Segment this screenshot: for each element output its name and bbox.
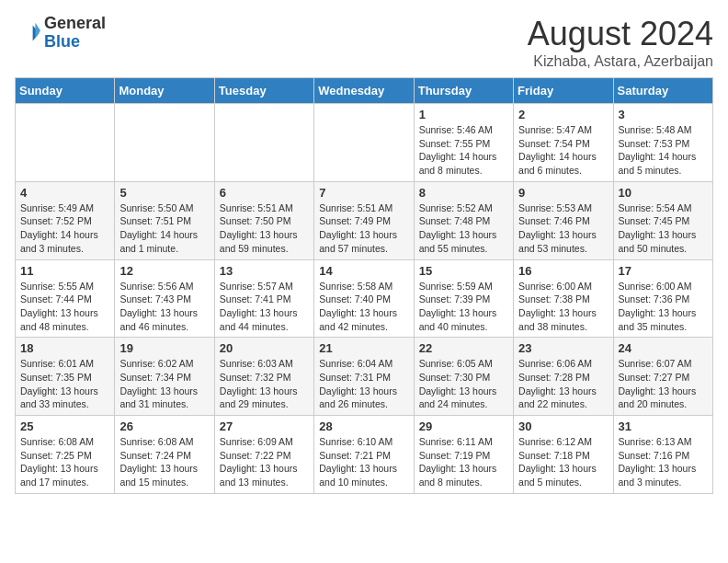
day-info: Sunrise: 6:04 AM Sunset: 7:31 PM Dayligh… bbox=[319, 357, 408, 411]
calendar-cell: 31Sunrise: 6:13 AM Sunset: 7:16 PM Dayli… bbox=[613, 416, 712, 494]
day-number: 24 bbox=[619, 341, 708, 355]
day-info: Sunrise: 5:54 AM Sunset: 7:45 PM Dayligh… bbox=[619, 201, 708, 256]
day-info: Sunrise: 5:50 AM Sunset: 7:51 PM Dayligh… bbox=[119, 201, 209, 256]
day-info: Sunrise: 6:08 AM Sunset: 7:25 PM Dayligh… bbox=[20, 435, 109, 489]
day-number: 26 bbox=[119, 419, 209, 433]
day-header-thursday: Thursday bbox=[414, 78, 513, 104]
calendar-cell: 10Sunrise: 5:54 AM Sunset: 7:45 PM Dayli… bbox=[613, 181, 712, 259]
calendar-cell: 17Sunrise: 6:00 AM Sunset: 7:36 PM Dayli… bbox=[613, 259, 712, 338]
week-row-1: 1Sunrise: 5:46 AM Sunset: 7:55 PM Daylig… bbox=[16, 104, 713, 182]
day-header-tuesday: Tuesday bbox=[214, 78, 313, 104]
calendar-cell: 3Sunrise: 5:48 AM Sunset: 7:53 PM Daylig… bbox=[613, 104, 712, 182]
day-number: 20 bbox=[220, 341, 309, 355]
day-number: 31 bbox=[619, 419, 708, 433]
day-info: Sunrise: 5:59 AM Sunset: 7:39 PM Dayligh… bbox=[419, 280, 508, 334]
calendar-cell: 27Sunrise: 6:09 AM Sunset: 7:22 PM Dayli… bbox=[214, 416, 313, 494]
week-row-4: 18Sunrise: 6:01 AM Sunset: 7:35 PM Dayli… bbox=[16, 338, 713, 416]
day-number: 15 bbox=[419, 264, 508, 278]
day-info: Sunrise: 6:13 AM Sunset: 7:16 PM Dayligh… bbox=[619, 435, 708, 489]
calendar-cell: 24Sunrise: 6:07 AM Sunset: 7:27 PM Dayli… bbox=[613, 338, 712, 416]
day-number: 30 bbox=[518, 419, 608, 433]
day-info: Sunrise: 6:05 AM Sunset: 7:30 PM Dayligh… bbox=[419, 357, 508, 411]
day-info: Sunrise: 6:11 AM Sunset: 7:19 PM Dayligh… bbox=[419, 435, 508, 489]
day-info: Sunrise: 6:07 AM Sunset: 7:27 PM Dayligh… bbox=[619, 357, 708, 411]
calendar-cell: 28Sunrise: 6:10 AM Sunset: 7:21 PM Dayli… bbox=[314, 416, 414, 494]
day-info: Sunrise: 5:51 AM Sunset: 7:50 PM Dayligh… bbox=[220, 201, 309, 256]
day-number: 22 bbox=[419, 341, 508, 355]
logo-icon bbox=[15, 20, 40, 46]
calendar-cell: 1Sunrise: 5:46 AM Sunset: 7:55 PM Daylig… bbox=[414, 104, 513, 182]
day-number: 23 bbox=[518, 341, 608, 355]
calendar-cell: 22Sunrise: 6:05 AM Sunset: 7:30 PM Dayli… bbox=[414, 338, 513, 416]
day-info: Sunrise: 6:09 AM Sunset: 7:22 PM Dayligh… bbox=[220, 435, 309, 489]
day-number: 21 bbox=[319, 341, 408, 355]
calendar-header: SundayMondayTuesdayWednesdayThursdayFrid… bbox=[16, 78, 713, 104]
day-info: Sunrise: 6:06 AM Sunset: 7:28 PM Dayligh… bbox=[518, 357, 608, 411]
day-number: 17 bbox=[619, 264, 708, 278]
logo-blue-text: Blue bbox=[44, 32, 80, 51]
calendar-cell: 21Sunrise: 6:04 AM Sunset: 7:31 PM Dayli… bbox=[314, 338, 414, 416]
day-number: 1 bbox=[419, 108, 508, 121]
day-info: Sunrise: 5:57 AM Sunset: 7:41 PM Dayligh… bbox=[220, 280, 309, 334]
day-number: 25 bbox=[20, 419, 109, 433]
day-number: 10 bbox=[619, 186, 708, 200]
week-row-3: 11Sunrise: 5:55 AM Sunset: 7:44 PM Dayli… bbox=[16, 259, 713, 338]
day-number: 6 bbox=[220, 186, 309, 200]
calendar-cell: 4Sunrise: 5:49 AM Sunset: 7:52 PM Daylig… bbox=[16, 181, 115, 259]
calendar-cell: 29Sunrise: 6:11 AM Sunset: 7:19 PM Dayli… bbox=[414, 416, 513, 494]
calendar-cell: 9Sunrise: 5:53 AM Sunset: 7:46 PM Daylig… bbox=[514, 181, 613, 259]
page-header: General Blue August 2024 Kizhaba, Astara… bbox=[15, 15, 713, 70]
calendar-cell: 12Sunrise: 5:56 AM Sunset: 7:43 PM Dayli… bbox=[115, 259, 214, 338]
calendar-cell: 8Sunrise: 5:52 AM Sunset: 7:48 PM Daylig… bbox=[414, 181, 513, 259]
day-info: Sunrise: 6:08 AM Sunset: 7:24 PM Dayligh… bbox=[119, 435, 209, 489]
day-info: Sunrise: 6:10 AM Sunset: 7:21 PM Dayligh… bbox=[319, 435, 408, 489]
calendar-cell: 11Sunrise: 5:55 AM Sunset: 7:44 PM Dayli… bbox=[16, 259, 115, 338]
calendar-cell: 2Sunrise: 5:47 AM Sunset: 7:54 PM Daylig… bbox=[514, 104, 613, 182]
day-number: 27 bbox=[220, 419, 309, 433]
calendar-cell: 18Sunrise: 6:01 AM Sunset: 7:35 PM Dayli… bbox=[16, 338, 115, 416]
day-info: Sunrise: 6:00 AM Sunset: 7:36 PM Dayligh… bbox=[619, 280, 708, 334]
calendar-cell: 26Sunrise: 6:08 AM Sunset: 7:24 PM Dayli… bbox=[115, 416, 214, 494]
calendar-cell: 13Sunrise: 5:57 AM Sunset: 7:41 PM Dayli… bbox=[214, 259, 313, 338]
logo: General Blue bbox=[15, 15, 106, 52]
calendar-cell bbox=[16, 104, 115, 182]
day-header-monday: Monday bbox=[115, 78, 214, 104]
day-info: Sunrise: 5:55 AM Sunset: 7:44 PM Dayligh… bbox=[20, 280, 109, 334]
day-number: 29 bbox=[419, 419, 508, 433]
calendar-body: 1Sunrise: 5:46 AM Sunset: 7:55 PM Daylig… bbox=[16, 104, 713, 494]
day-info: Sunrise: 5:56 AM Sunset: 7:43 PM Dayligh… bbox=[119, 280, 209, 334]
day-info: Sunrise: 5:47 AM Sunset: 7:54 PM Dayligh… bbox=[518, 123, 608, 178]
day-number: 11 bbox=[20, 264, 109, 278]
day-info: Sunrise: 5:51 AM Sunset: 7:49 PM Dayligh… bbox=[319, 201, 408, 256]
day-info: Sunrise: 5:46 AM Sunset: 7:55 PM Dayligh… bbox=[419, 123, 508, 178]
calendar-cell: 14Sunrise: 5:58 AM Sunset: 7:40 PM Dayli… bbox=[314, 259, 414, 338]
calendar-cell bbox=[214, 104, 313, 182]
calendar-cell: 19Sunrise: 6:02 AM Sunset: 7:34 PM Dayli… bbox=[115, 338, 214, 416]
day-info: Sunrise: 6:12 AM Sunset: 7:18 PM Dayligh… bbox=[518, 435, 608, 489]
header-row: SundayMondayTuesdayWednesdayThursdayFrid… bbox=[16, 78, 713, 104]
calendar-table: SundayMondayTuesdayWednesdayThursdayFrid… bbox=[15, 77, 713, 494]
day-number: 3 bbox=[619, 108, 708, 121]
day-number: 16 bbox=[518, 264, 608, 278]
calendar-cell bbox=[115, 104, 214, 182]
day-number: 13 bbox=[220, 264, 309, 278]
day-info: Sunrise: 5:49 AM Sunset: 7:52 PM Dayligh… bbox=[20, 201, 109, 256]
day-info: Sunrise: 6:01 AM Sunset: 7:35 PM Dayligh… bbox=[20, 357, 109, 411]
calendar-cell: 30Sunrise: 6:12 AM Sunset: 7:18 PM Dayli… bbox=[514, 416, 613, 494]
day-header-sunday: Sunday bbox=[16, 78, 115, 104]
day-number: 8 bbox=[419, 186, 508, 200]
day-info: Sunrise: 5:53 AM Sunset: 7:46 PM Dayligh… bbox=[518, 201, 608, 256]
day-header-friday: Friday bbox=[514, 78, 613, 104]
day-info: Sunrise: 6:02 AM Sunset: 7:34 PM Dayligh… bbox=[119, 357, 209, 411]
day-number: 18 bbox=[20, 341, 109, 355]
logo-general-text: General bbox=[44, 14, 106, 32]
day-info: Sunrise: 6:00 AM Sunset: 7:38 PM Dayligh… bbox=[518, 280, 608, 334]
calendar-cell: 5Sunrise: 5:50 AM Sunset: 7:51 PM Daylig… bbox=[115, 181, 214, 259]
day-number: 7 bbox=[319, 186, 408, 200]
day-number: 12 bbox=[119, 264, 209, 278]
day-number: 28 bbox=[319, 419, 408, 433]
calendar-cell: 7Sunrise: 5:51 AM Sunset: 7:49 PM Daylig… bbox=[314, 181, 414, 259]
day-number: 14 bbox=[319, 264, 408, 278]
day-info: Sunrise: 5:48 AM Sunset: 7:53 PM Dayligh… bbox=[619, 123, 708, 178]
calendar-cell: 16Sunrise: 6:00 AM Sunset: 7:38 PM Dayli… bbox=[514, 259, 613, 338]
